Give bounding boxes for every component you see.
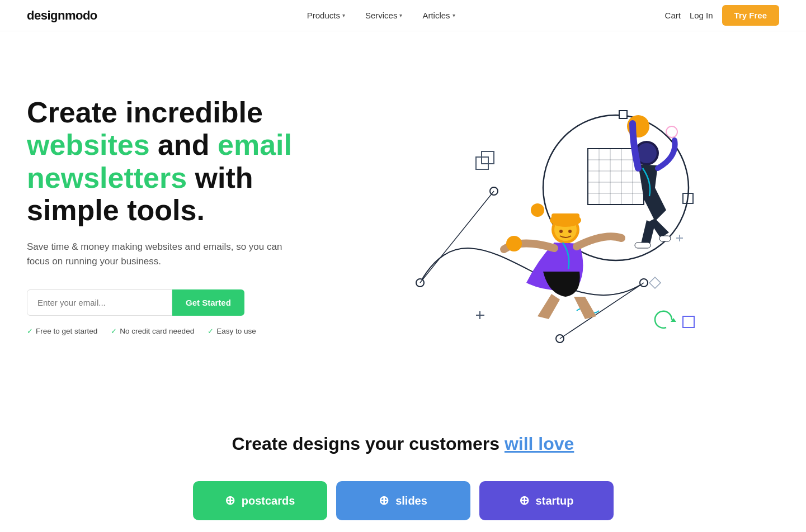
nav-services-label: Services (365, 11, 398, 20)
product-cards: ⊕ postcards ⊕ slides ⊕ startup (27, 481, 779, 520)
nav-products-label: Products (307, 11, 340, 20)
svg-point-40 (531, 203, 544, 217)
product-card-startup[interactable]: ⊕ startup (479, 481, 614, 520)
check-no-card: ✓ No credit card needed (111, 327, 194, 335)
check-free-label: Free to get started (36, 327, 97, 335)
logo[interactable]: designmodo (27, 8, 97, 23)
hero-illustration (295, 65, 779, 367)
postcards-label: postcards (242, 495, 295, 507)
nav-right: Cart Log In Try Free (665, 5, 779, 26)
check-easy: ✓ Easy to use (208, 327, 256, 335)
slides-icon: ⊕ (379, 493, 389, 508)
hero-subtitle: Save time & money making websites and em… (27, 240, 295, 269)
chevron-down-icon: ▾ (342, 12, 345, 18)
nav-services[interactable]: Services ▾ (357, 6, 411, 25)
product-card-postcards[interactable]: ⊕ postcards (193, 481, 327, 520)
svg-rect-5 (683, 316, 694, 327)
nav-products[interactable]: Products ▾ (299, 6, 353, 25)
svg-point-35 (559, 230, 563, 233)
try-free-button[interactable]: Try Free (722, 5, 779, 26)
hero-left: Create incredible websites and email new… (27, 96, 295, 335)
get-started-button[interactable]: Get Started (172, 289, 244, 316)
startup-icon: ⊕ (519, 493, 529, 508)
svg-line-12 (420, 191, 494, 283)
svg-point-0 (666, 126, 677, 137)
email-input[interactable] (27, 289, 172, 316)
check-no-card-label: No credit card needed (120, 327, 194, 335)
hero-checks: ✓ Free to get started ✓ No credit card n… (27, 327, 295, 335)
svg-rect-34 (552, 213, 579, 221)
product-card-slides[interactable]: ⊕ slides (336, 481, 470, 520)
navbar: designmodo Products ▾ Services ▾ Article… (0, 0, 806, 31)
section2-title: Create designs your customers will love (27, 434, 779, 454)
svg-marker-2 (649, 277, 661, 288)
hero-form: Get Started (27, 289, 295, 316)
section2-title-part1: Create designs your customers (232, 434, 505, 454)
login-link[interactable]: Log In (690, 11, 713, 20)
hero-section: Create incredible websites and email new… (0, 31, 806, 389)
chevron-down-icon: ▾ (399, 12, 402, 18)
checkmark-icon: ✓ (208, 327, 214, 335)
svg-rect-29 (635, 243, 651, 248)
slides-label: slides (395, 495, 427, 507)
chevron-down-icon: ▾ (453, 12, 455, 18)
hero-title: Create incredible websites and email new… (27, 96, 295, 226)
check-easy-label: Easy to use (216, 327, 256, 335)
hero-svg (364, 70, 711, 361)
check-free: ✓ Free to get started (27, 327, 97, 335)
checkmark-icon: ✓ (111, 327, 117, 335)
startup-label: startup (536, 495, 574, 507)
section2-title-link[interactable]: will love (505, 434, 574, 454)
svg-point-39 (506, 236, 522, 251)
illustration-container (364, 70, 711, 361)
section2: Create designs your customers will love … (0, 389, 806, 520)
hero-title-websites: websites (27, 129, 150, 161)
nav-articles[interactable]: Articles ▾ (414, 6, 463, 25)
svg-rect-30 (659, 236, 671, 241)
cart-link[interactable]: Cart (665, 11, 681, 20)
nav-center: Products ▾ Services ▾ Articles ▾ (299, 6, 463, 25)
hero-title-part2: and (150, 129, 218, 161)
hero-title-part1: Create incredible (27, 96, 263, 129)
nav-articles-label: Articles (422, 11, 450, 20)
svg-rect-25 (619, 111, 627, 118)
postcards-icon: ⊕ (225, 493, 235, 508)
svg-point-36 (568, 230, 572, 233)
checkmark-icon: ✓ (27, 327, 33, 335)
